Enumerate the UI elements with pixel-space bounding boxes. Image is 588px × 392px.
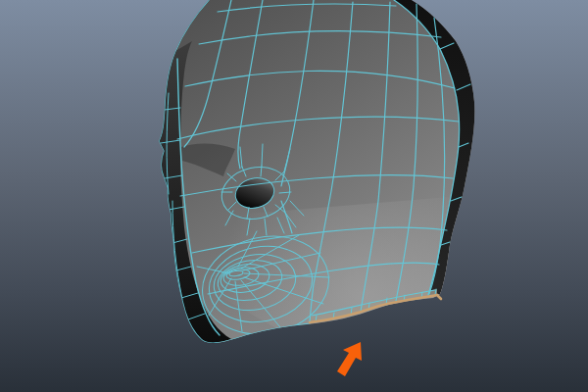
head-mesh[interactable] bbox=[159, 0, 474, 345]
viewport bbox=[0, 0, 588, 392]
viewport-canvas[interactable] bbox=[0, 0, 588, 392]
